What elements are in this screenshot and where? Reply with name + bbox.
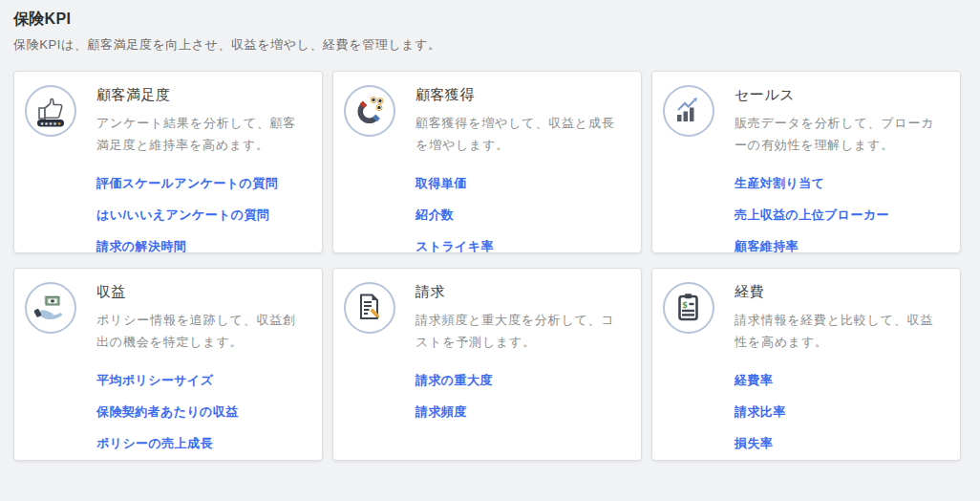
kpi-link[interactable]: 保険契約者あたりの収益 xyxy=(96,403,239,421)
card-description: 販売データを分析して、ブローカーの有効性を理解します。 xyxy=(735,113,947,157)
kpi-link-list: 請求の重大度請求頻度 xyxy=(415,372,628,421)
kpi-link[interactable]: 経費率 xyxy=(735,372,773,389)
kpi-link-list: 取得単価紹介数ストライキ率新規ビジネス xyxy=(415,175,628,254)
page-title: 保険KPI xyxy=(13,10,961,30)
expense-clipboard-icon: $ xyxy=(663,282,714,334)
kpi-link[interactable]: 売上収益の上位ブローカー xyxy=(735,207,889,224)
card-title: 経費 xyxy=(735,283,947,301)
kpi-link-list: 生産対割り当て売上収益の上位ブローカー顧客維持率 xyxy=(735,175,947,254)
kpi-link[interactable]: 顧客維持率 xyxy=(735,238,799,254)
kpi-link[interactable]: 紹介数 xyxy=(415,207,454,224)
svg-text:★★★★★: ★★★★★ xyxy=(40,120,62,126)
kpi-link[interactable]: 損失率 xyxy=(735,435,773,452)
card-description: アンケート結果を分析して、顧客満足度と維持率を高めます。 xyxy=(96,113,309,157)
svg-text:$: $ xyxy=(682,300,688,310)
kpi-link[interactable]: ポリシーの売上成長 xyxy=(96,435,213,452)
card-title: 顧客獲得 xyxy=(415,86,628,104)
kpi-link[interactable]: 請求の解決時間 xyxy=(96,238,186,254)
kpi-link[interactable]: 請求頻度 xyxy=(415,403,467,421)
kpi-card-grid: ★★★★★ 顧客満足度 アンケート結果を分析して、顧客満足度と維持率を高めます。… xyxy=(13,71,961,461)
kpi-link[interactable]: ストライキ率 xyxy=(415,238,494,254)
claim-document-pencil-icon xyxy=(344,282,395,334)
card-expenses: $ 経費 請求情報を経費と比較して、収益性を高めます。 経費率請求比率損失率 xyxy=(651,268,961,461)
card-sales: セールス 販売データを分析して、ブローカーの有効性を理解します。 生産対割り当て… xyxy=(651,71,961,253)
thumbs-up-rating-icon: ★★★★★ xyxy=(25,85,76,137)
kpi-link-list: 評価スケールアンケートの質問はい/いいえアンケートの質問請求の解決時間引受速度 xyxy=(96,175,309,254)
hand-money-icon xyxy=(25,282,76,334)
card-customer-satisfaction: ★★★★★ 顧客満足度 アンケート結果を分析して、顧客満足度と維持率を高めます。… xyxy=(13,71,323,253)
page-subtitle: 保険KPIは、顧客満足度を向上させ、収益を増やし、経費を管理します。 xyxy=(13,36,961,54)
card-customer-acquisition: 顧客獲得 顧客獲得を増やして、収益と成長を増やします。 取得単価紹介数ストライキ… xyxy=(332,71,642,253)
card-title: 請求 xyxy=(415,283,628,301)
card-description: 請求情報を経費と比較して、収益性を高めます。 xyxy=(735,310,947,354)
card-claims: 請求 請求頻度と重大度を分析して、コストを予測します。 請求の重大度請求頻度 xyxy=(332,268,642,461)
kpi-link[interactable]: 平均ポリシーサイズ xyxy=(96,372,213,389)
card-description: ポリシー情報を追跡して、収益創出の機会を特定します。 xyxy=(96,310,309,354)
bar-chart-growth-icon xyxy=(663,85,714,137)
kpi-link[interactable]: 請求の重大度 xyxy=(415,372,493,389)
magnet-customers-icon xyxy=(344,85,395,137)
kpi-link-list: 平均ポリシーサイズ保険契約者あたりの収益ポリシーの売上成長余剰利益 xyxy=(96,372,309,462)
kpi-link[interactable]: 評価スケールアンケートの質問 xyxy=(96,175,278,192)
card-description: 顧客獲得を増やして、収益と成長を増やします。 xyxy=(415,113,628,157)
kpi-link[interactable]: 請求比率 xyxy=(735,403,786,421)
card-title: セールス xyxy=(735,86,947,104)
card-revenue: 収益 ポリシー情報を追跡して、収益創出の機会を特定します。 平均ポリシーサイズ保… xyxy=(13,268,323,461)
kpi-link[interactable]: 生産対割り当て xyxy=(735,175,824,192)
card-title: 顧客満足度 xyxy=(96,86,309,104)
kpi-link[interactable]: はい/いいえアンケートの質問 xyxy=(96,207,269,224)
insurance-kpi-page: 保険KPI 保険KPIは、顧客満足度を向上させ、収益を増やし、経費を管理します。… xyxy=(0,0,980,461)
card-title: 収益 xyxy=(96,283,309,301)
kpi-link[interactable]: 取得単価 xyxy=(415,175,467,192)
kpi-link-list: 経費率請求比率損失率 xyxy=(735,372,947,452)
card-description: 請求頻度と重大度を分析して、コストを予測します。 xyxy=(415,310,628,354)
